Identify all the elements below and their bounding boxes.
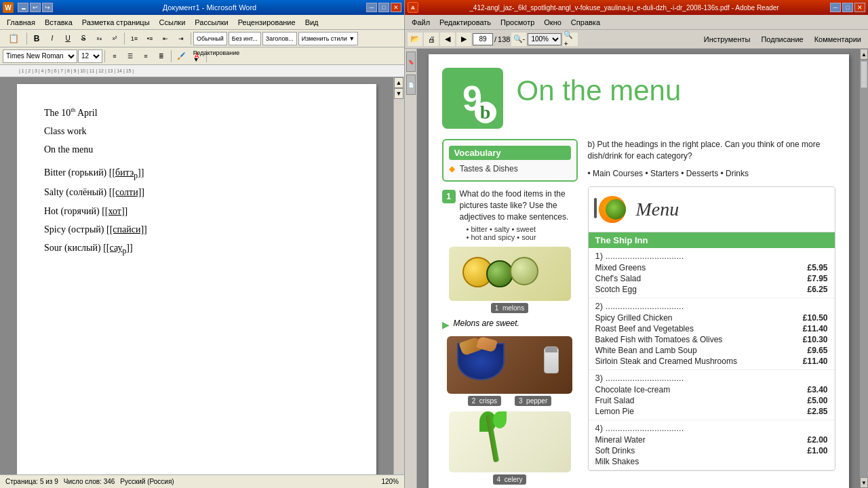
q1-content: What do the food items in the pictures t…	[460, 188, 578, 241]
word-menu-view[interactable]: Вид	[301, 17, 323, 28]
menu-item-milk-shakes-name: Milk Shakes	[595, 457, 639, 466]
word-redo-btn[interactable]: ↪	[42, 3, 53, 12]
menu-item-fruit-salad-name: Fruit Salad	[595, 396, 635, 405]
toolbar-sep5	[171, 50, 172, 62]
indent-btn[interactable]: ⇥	[174, 32, 189, 45]
paste-btn[interactable]: 📋	[3, 32, 24, 45]
style-heading1[interactable]: Заголов...	[262, 32, 297, 45]
reader-scroll-down-btn[interactable]: ▼	[860, 477, 868, 488]
outdent-btn[interactable]: ⇤	[158, 32, 173, 45]
reader-menu-view[interactable]: Просмотр	[496, 17, 538, 28]
salt-shaker	[544, 346, 559, 373]
menu-item-mixed-greens-price: £5.95	[807, 263, 827, 272]
word-language: Русский (Россия)	[120, 478, 174, 485]
word-menu-page-layout[interactable]: Разметка страницы	[78, 17, 154, 28]
reader-menu-help[interactable]: Справка	[567, 17, 604, 28]
list-num-btn[interactable]: 1≡	[127, 32, 142, 45]
menu-section-1: 1) ................................ Mixe…	[589, 248, 835, 298]
word-menu-references[interactable]: Ссылки	[155, 17, 190, 28]
style-normal[interactable]: Обычный	[193, 32, 227, 45]
reader-close-btn[interactable]: ✕	[854, 3, 865, 12]
menu-item-spicy-chicken-name: Spicy Grilled Chicken	[595, 313, 673, 323]
pdf-left-col: Vocabulary ◆ Tastes & Dishes 1 What do t…	[442, 139, 578, 488]
reader-scroll-up-btn[interactable]: ▲	[860, 49, 868, 60]
редактирование-btn[interactable]: Редактирование ▼	[209, 49, 224, 63]
pdf-header: 9 b On the menu	[442, 68, 835, 129]
word-menubar: Главная Вставка Разметка страницы Ссылки…	[0, 15, 404, 30]
reader-sidebar-pages[interactable]: 📄	[406, 75, 416, 95]
reader-scrollbar[interactable]: ▲ ▼	[860, 49, 868, 488]
reader-sidebar-bookmark[interactable]: 🔖	[406, 52, 416, 72]
highlight-btn[interactable]: 🖌️	[174, 49, 189, 63]
word-close-btn[interactable]: ✕	[391, 3, 401, 12]
celery-leaf-2	[493, 411, 507, 428]
subscript-btn[interactable]: x₂	[92, 32, 106, 45]
category-labels: • Main Courses • Starters • Desserts • D…	[588, 169, 835, 178]
reader-zoom-in-btn[interactable]: 🔍+	[563, 33, 578, 46]
justify-btn[interactable]: ≣	[154, 49, 169, 63]
reader-comments-btn[interactable]: Комментарии	[810, 34, 865, 45]
menu-section-3: 3) ................................ Choc…	[589, 370, 835, 420]
menu-card-header: Menu	[589, 187, 835, 232]
word-menu-home[interactable]: Главная	[3, 17, 39, 28]
word-menu-mailings[interactable]: Рассылки	[191, 17, 232, 28]
align-left-btn[interactable]: ≡	[107, 49, 122, 63]
superscript-btn[interactable]: x²	[107, 32, 122, 45]
reader-open-btn[interactable]: 📂	[408, 33, 422, 46]
reader-prev-page-btn[interactable]: ◀	[440, 33, 455, 46]
reader-page-input[interactable]	[473, 33, 493, 45]
font-family-select[interactable]: Times New Roman	[3, 49, 77, 63]
reader-content-area[interactable]: 9 b On the menu Vocabulary ◆	[417, 49, 860, 488]
scrollbar-up-btn[interactable]: ▲	[394, 77, 403, 88]
reader-zoom-out-btn[interactable]: 🔍-	[511, 33, 526, 46]
pdf-right-col: b) Put the headings in the right place. …	[588, 139, 835, 488]
reader-scroll-thumb[interactable]	[861, 61, 867, 88]
reader-restore-btn[interactable]: □	[842, 3, 853, 12]
word-scrollbar-v[interactable]: ▲ ▼	[393, 77, 404, 474]
menu-item-baked-fish: Baked Fish with Tomatoes & Olives £10.30	[595, 334, 828, 345]
word-menu-review[interactable]: Рецензирование	[234, 17, 300, 28]
underline-btn[interactable]: U	[60, 32, 75, 45]
menu-item-sirloin-price: £11.40	[803, 357, 828, 366]
word-line-sour: Sour (кислый) [[саур]]	[44, 239, 349, 258]
reader-zoom-select[interactable]: 100%	[528, 33, 561, 45]
reader-menu-edit[interactable]: Редактировать	[435, 17, 495, 28]
scrollbar-down-btn[interactable]: ▼	[394, 88, 403, 99]
bold-btn[interactable]: B	[29, 32, 44, 45]
align-right-btn[interactable]: ≡	[138, 49, 153, 63]
melons-label: 1 melons	[491, 303, 528, 313]
word-line-classwork: Class work	[44, 123, 349, 140]
style-no-spacing[interactable]: Без инт...	[229, 32, 261, 45]
reader-sign-btn[interactable]: Подписание	[757, 34, 807, 45]
menu-item-mixed-greens-name: Mixed Greens	[595, 263, 646, 272]
style-change-btn[interactable]: Изменить стили ▼	[298, 32, 358, 45]
word-scroll-area[interactable]: The 10th April Class work On the menu Bi…	[0, 77, 393, 474]
menu-item-mineral-water: Mineral Water £2.00	[595, 434, 828, 445]
question-1-box: 1 What do the food items in the pictures…	[442, 188, 578, 241]
word-minimize-btn[interactable]: 🗕	[18, 3, 28, 12]
font-size-select[interactable]: 12	[78, 49, 102, 63]
reader-print-btn[interactable]: 🖨	[424, 33, 439, 46]
list-bullet-btn[interactable]: •≡	[142, 32, 157, 45]
menu-item-spicy-chicken: Spicy Grilled Chicken £10.50	[595, 312, 828, 323]
menu-item-scotch-egg-name: Scotch Egg	[595, 285, 637, 294]
reader-menu-window[interactable]: Окно	[540, 17, 566, 28]
reader-menu-file[interactable]: Файл	[408, 17, 434, 28]
word-restore-btn[interactable]: □	[378, 3, 389, 12]
word-menu-insert[interactable]: Вставка	[41, 17, 77, 28]
food-crisps-img	[447, 336, 572, 394]
reader-toolbar: 📂 🖨 ◀ ▶ / 138 🔍- 100% 🔍+ Инструменты Под…	[405, 30, 868, 49]
reader-menubar: Файл Редактировать Просмотр Окно Справка	[405, 15, 868, 30]
word-bitter-tr: [битэ	[112, 167, 134, 178]
word-undo-btn[interactable]: ↩	[30, 3, 41, 12]
word-line-menu: On the menu	[44, 141, 349, 158]
strikethrough-btn[interactable]: S	[76, 32, 91, 45]
reader-next-page-btn[interactable]: ▶	[456, 33, 471, 46]
reader-tools-btn[interactable]: Инструменты	[700, 34, 755, 45]
word-minimize-window-btn[interactable]: ─	[366, 3, 377, 12]
menu-item-scotch-egg-price: £6.25	[807, 285, 827, 294]
italic-btn[interactable]: I	[45, 32, 60, 45]
reader-minimize-btn[interactable]: ─	[830, 3, 841, 12]
align-center-btn[interactable]: ☰	[123, 49, 138, 63]
logo-letter: b	[475, 102, 496, 123]
